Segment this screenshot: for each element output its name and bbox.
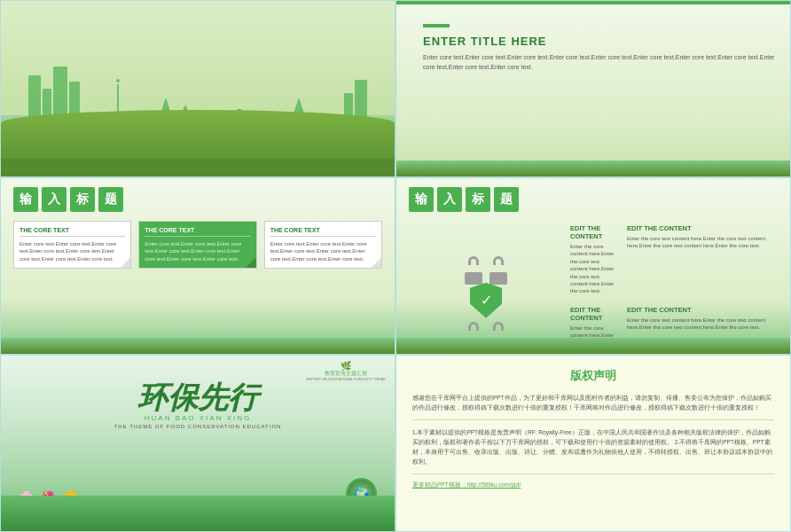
main-title-area: 环保先行 HUAN BAO XIAN XING THE THEME OF FOO… <box>14 382 381 429</box>
card-1: THE CORE TEXT Enter core text.Enter core… <box>13 221 131 269</box>
copyright-title: 版权声明 <box>412 368 774 384</box>
slide2-title: ENTER TITLE HERE <box>423 35 776 48</box>
content-grid: EDIT THE CONTENT Enter the core content … <box>409 221 778 355</box>
char-1: 输 <box>13 187 38 212</box>
s4-char-3: 标 <box>466 187 490 212</box>
block3-title: EDIT THE CONTENT <box>570 306 616 322</box>
card-3: THE CORE TEXT Enter core text.Enter core… <box>264 221 382 269</box>
slide2-grass <box>396 160 790 176</box>
slide4-title: 输 入 标 题 <box>409 187 778 212</box>
grass-bottom <box>1 159 395 176</box>
slide-1: 🚲 <box>0 0 396 177</box>
block-1: EDIT THE CONTENT Enter the core content … <box>567 221 620 299</box>
logo-icon: 🌿 <box>307 361 387 371</box>
card1-title: THE CORE TEXT <box>20 227 125 237</box>
subtitle-text: THE THEME OF FOOD CONSERVATION EDUCATION <box>14 424 381 429</box>
block-2: EDIT THE CONTENT Enter the core text con… <box>623 221 778 299</box>
s4-char-2: 入 <box>437 187 462 212</box>
card3-body: Enter core text.Enter core text.Enter co… <box>270 240 376 262</box>
slide2-content: Enter core text.Enter core text.Enter co… <box>423 53 776 72</box>
block4-title: EDIT THE CONTENT <box>627 306 774 314</box>
copyright-link: 更多精品PPT模板：http://588ku.com/ppt/ <box>412 481 774 489</box>
lock-icon-1 <box>463 256 484 279</box>
lock-icon-2 <box>488 256 509 279</box>
logo-area: 🌿 教育宣传主题汇报 REPORT ON EDUCATIONAL PUBLICI… <box>307 361 387 381</box>
slide3-title: 输 入 标 题 <box>13 187 382 212</box>
slide4-grass <box>396 338 790 354</box>
slide-2: ENTER TITLE HERE Enter core text.Enter c… <box>396 0 791 177</box>
block2-text: Enter the core text content here.Enter t… <box>627 235 774 250</box>
title-accent <box>423 24 450 27</box>
block1-title: EDIT THE CONTENT <box>570 224 616 240</box>
char-3: 标 <box>70 187 95 212</box>
shield-column: ✓ <box>409 221 563 355</box>
slide-5: 🌿 教育宣传主题汇报 REPORT ON EDUCATIONAL PUBLICI… <box>0 355 396 532</box>
slide-4: 输 入 标 题 EDIT THE CONTENT Enter the core … <box>396 177 791 355</box>
cards-row: THE CORE TEXT Enter core text.Enter core… <box>13 221 382 269</box>
char-4: 题 <box>98 187 123 212</box>
grass-field <box>1 496 395 531</box>
card1-body: Enter core text.Enter core text.Enter co… <box>20 240 125 262</box>
char-2: 入 <box>42 187 67 212</box>
center-shield: ✓ <box>470 283 502 318</box>
block2-title: EDIT THE CONTENT <box>627 224 774 232</box>
card2-title: THE CORE TEXT <box>145 227 250 237</box>
main-zh-title: 环保先行 <box>14 382 381 412</box>
block1-text: Enter the core content here.Enter the co… <box>570 243 616 295</box>
s4-char-1: 输 <box>409 187 434 212</box>
copyright-para1: 感谢您在千库网平台上提供的PPT作品，为了更好和千库网以及图村作者的利益，请勿复… <box>412 393 774 412</box>
pinyin-text: HUAN BAO XIAN XING <box>14 414 381 422</box>
slide3-grass <box>1 338 395 354</box>
logo-sub: REPORT ON EDUCATIONAL PUBLICITY THEME <box>307 377 387 381</box>
top-accent-bar <box>396 1 790 4</box>
card2-body: Enter core text.Enter core text.Enter co… <box>145 240 250 262</box>
s4-char-4: 题 <box>494 187 519 212</box>
block4-text: Enter the core text content here.Enter t… <box>627 317 774 332</box>
copyright-para2: 1.本于素材以提供的PPT模板是免责声明（RF: Royalty-Free）正版… <box>412 427 774 466</box>
card-2: THE CORE TEXT Enter core text.Enter core… <box>138 221 256 269</box>
card3-title: THE CORE TEXT <box>270 227 376 237</box>
logo-text: 教育宣传主题汇报 <box>307 371 387 377</box>
divider <box>412 419 774 420</box>
divider-2 <box>412 473 774 474</box>
slide-3: 输 入 标 题 THE CORE TEXT Enter core text.En… <box>0 177 396 355</box>
slide-6: 版权声明 感谢您在千库网平台上提供的PPT作品，为了更好和千库网以及图村作者的利… <box>396 355 791 532</box>
